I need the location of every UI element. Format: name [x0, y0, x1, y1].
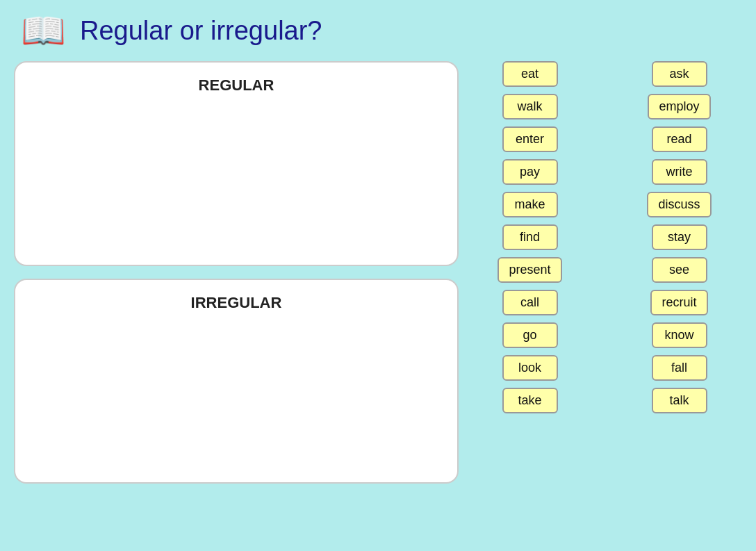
word-btn-find[interactable]: find [502, 224, 558, 250]
irregular-label: IRREGULAR [29, 294, 443, 312]
irregular-dropzone[interactable]: IRREGULAR [14, 279, 459, 484]
word-btn-stay[interactable]: stay [652, 224, 707, 250]
word-btn-present[interactable]: present [498, 257, 561, 283]
word-btn-employ[interactable]: employ [648, 94, 710, 120]
word-btn-walk[interactable]: walk [502, 94, 558, 120]
regular-label: REGULAR [29, 76, 443, 94]
word-btn-know[interactable]: know [652, 322, 707, 348]
main-content: REGULAR IRREGULAR eatwalkenterpaymakefin… [0, 61, 756, 484]
word-btn-read[interactable]: read [652, 126, 707, 152]
word-btn-look[interactable]: look [502, 355, 558, 381]
word-btn-talk[interactable]: talk [652, 388, 707, 413]
word-btn-eat[interactable]: eat [502, 61, 558, 87]
word-btn-ask[interactable]: ask [652, 61, 707, 87]
word-btn-call[interactable]: call [502, 290, 558, 315]
word-btn-write[interactable]: write [652, 159, 707, 185]
word-btn-see[interactable]: see [652, 257, 707, 283]
word-btn-discuss[interactable]: discuss [647, 192, 711, 217]
word-btn-go[interactable]: go [502, 322, 558, 348]
word-btn-make[interactable]: make [502, 192, 558, 217]
regular-dropzone[interactable]: REGULAR [14, 61, 459, 266]
word-btn-enter[interactable]: enter [502, 126, 558, 152]
word-column-right: askemployreadwritediscussstayseerecruitk… [605, 61, 754, 413]
word-btn-take[interactable]: take [502, 388, 558, 413]
page-title: Regular or irregular? [80, 16, 322, 46]
word-btn-recruit[interactable]: recruit [650, 290, 707, 315]
book-icon: 📖 [21, 13, 66, 49]
word-btn-pay[interactable]: pay [502, 159, 558, 185]
word-column-left: eatwalkenterpaymakefindpresentcallgolook… [455, 61, 605, 413]
drop-zones: REGULAR IRREGULAR [14, 61, 459, 484]
word-btn-fall[interactable]: fall [652, 355, 707, 381]
word-columns: eatwalkenterpaymakefindpresentcallgolook… [455, 61, 754, 413]
header: 📖 Regular or irregular? [0, 0, 756, 61]
